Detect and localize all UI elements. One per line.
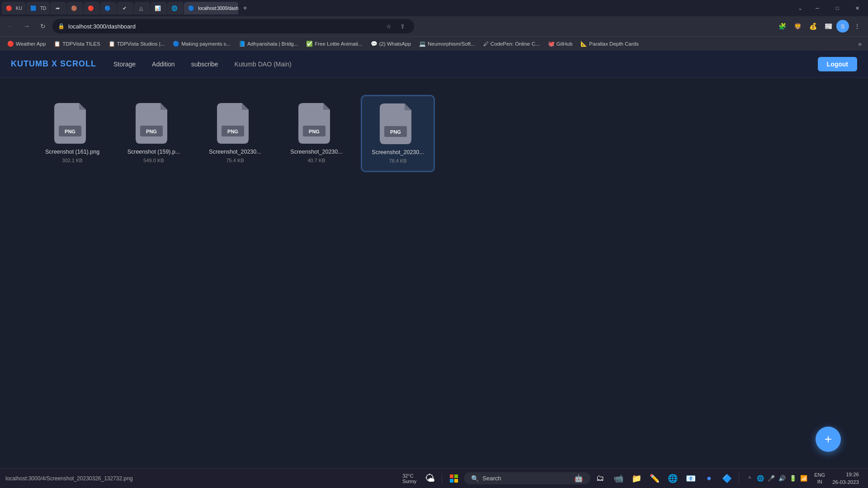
tab-9[interactable]: 📊	[151, 2, 167, 14]
wifi-icon[interactable]: 📶	[799, 474, 809, 483]
file-name-1: Screenshot (159).p...	[127, 148, 180, 156]
app-header: KUTUMB X SCROLL Storage Addition subscri…	[0, 51, 868, 78]
tab-list-button[interactable]: ⌄	[794, 2, 807, 14]
tab-9-favicon: 📊	[154, 5, 161, 12]
bookmark-lottie[interactable]: ✅ Free Lottie Animati...	[302, 40, 366, 48]
svg-text:PNG: PNG	[309, 129, 320, 134]
app-logo[interactable]: KUTUMB X SCROLL	[11, 59, 96, 69]
nav-subscribe[interactable]: subscribe	[185, 58, 225, 70]
svg-text:PNG: PNG	[65, 129, 75, 134]
menu-button[interactable]: ⋮	[850, 19, 864, 33]
file-name-0: Screenshot (161).png	[45, 148, 99, 156]
file-icon-0: PNG	[54, 103, 90, 144]
address-text: localhost:3000/dashboard	[68, 23, 379, 30]
bookmark-adhyanshala[interactable]: 📘 Adhyanshala | Bridg...	[235, 40, 302, 48]
file-grid: PNG Screenshot (161).png 302.1 KB PNG Sc…	[36, 96, 832, 171]
studio-icon[interactable]: ✏️	[646, 470, 663, 487]
mail-icon[interactable]: 📧	[683, 470, 699, 487]
address-bar[interactable]: 🔒 localhost:3000/dashboard ☆ ⇪	[52, 19, 414, 33]
bookmark-star-icon[interactable]: ☆	[382, 20, 395, 33]
tab-1-favicon: 🔴	[5, 5, 13, 12]
close-button[interactable]: ✕	[848, 2, 866, 14]
file-item-2[interactable]: PNG Screenshot_20230... 75.4 KB	[199, 96, 271, 170]
tab-10[interactable]: 🌐	[167, 2, 184, 14]
file-item-3[interactable]: PNG Screenshot_20230... 40.7 KB	[280, 96, 353, 170]
bookmark-tdpvista-tiles[interactable]: 📋 TDPVista TILES	[50, 40, 104, 48]
brave-news-icon[interactable]: 📰	[821, 19, 835, 33]
nav-storage[interactable]: Storage	[107, 58, 142, 70]
extensions-icon[interactable]: 🧩	[775, 19, 789, 33]
tab-11[interactable]: 🔵 localhost:3000/dashboard ✕	[184, 2, 238, 14]
file-explorer-icon[interactable]: 🗂	[592, 470, 609, 487]
bookmark-whatsapp[interactable]: 💬 (2) WhatsApp	[367, 40, 415, 48]
nav-addition[interactable]: Addition	[146, 58, 181, 70]
taskbar-items: 32°C Sunny 🌤 🔍 Search 🤖 🗂 📹 📁 ✏️ 🌐 �	[399, 470, 863, 487]
share-icon[interactable]: ⇪	[396, 20, 409, 33]
tab-6[interactable]: 🔵	[100, 2, 117, 14]
file-icon-3: PNG	[298, 103, 335, 144]
tab-7[interactable]: ✔	[117, 2, 133, 14]
file-item-4[interactable]: PNG Screenshot_20230... 78.4 KB	[362, 96, 434, 171]
brave-rewards-icon[interactable]: 🦁	[790, 19, 805, 33]
codepen-favicon: 🖊	[483, 41, 489, 47]
nav-links: Storage Addition subscribe Kutumb DAO (M…	[107, 58, 298, 70]
maximize-button[interactable]: □	[828, 2, 846, 14]
bookmark-tdpvista-studios[interactable]: 📋 TDPVista Studios |...	[105, 40, 169, 48]
back-button[interactable]: ←	[4, 19, 17, 33]
bookmark-parallax[interactable]: 📐 Parallax Depth Cards	[577, 40, 642, 48]
file-item-0[interactable]: PNG Screenshot (161).png 302.1 KB	[36, 96, 108, 170]
microphone-icon[interactable]: 🎤	[766, 474, 776, 483]
tab-5-favicon: 🔴	[87, 5, 94, 12]
minimize-button[interactable]: ─	[808, 2, 826, 14]
speaker-icon[interactable]: 🔊	[777, 474, 787, 483]
bookmark-making-payments[interactable]: 🔵 Making payments s...	[169, 40, 234, 48]
tab-1[interactable]: 🔴KU	[2, 2, 26, 14]
vscode-icon[interactable]: 🔷	[719, 470, 735, 487]
file-size-4: 78.4 KB	[389, 158, 406, 164]
bookmark-codepen[interactable]: 🖊 CodePen: Online C...	[480, 40, 543, 48]
weather-temp: 32°C	[402, 473, 414, 479]
bookmark-weather-app[interactable]: 🔴 Weather App	[4, 40, 49, 48]
address-actions: ☆ ⇪	[382, 20, 409, 33]
tab-4[interactable]: 🟤	[67, 2, 83, 14]
files-icon[interactable]: 📁	[628, 470, 645, 487]
taskbar-search[interactable]: 🔍 Search 🤖	[464, 472, 590, 484]
chrome-icon[interactable]: ●	[701, 470, 717, 487]
file-item-1[interactable]: PNG Screenshot (159).p... 549.0 KB	[118, 96, 190, 170]
reload-button[interactable]: ↻	[36, 19, 50, 33]
file-icon-2: PNG	[217, 103, 253, 144]
svg-text:PNG: PNG	[146, 129, 157, 134]
teams-icon[interactable]: 📹	[610, 470, 627, 487]
edge-icon[interactable]: 🌐	[665, 470, 681, 487]
nav-dao: Kutumb DAO (Main)	[228, 58, 298, 70]
tab-7-favicon: ✔	[121, 5, 128, 12]
tab-2[interactable]: 🟦TD	[26, 2, 50, 14]
logout-button[interactable]: Logout	[818, 57, 857, 71]
clock-date: 26-03-2023	[832, 479, 859, 486]
tab-4-favicon: 🟤	[71, 5, 78, 12]
weather-app-favicon: 🔴	[7, 41, 14, 47]
fab-add-button[interactable]: +	[816, 427, 841, 452]
svg-text:PNG: PNG	[227, 129, 238, 134]
s-icon[interactable]: S	[836, 20, 849, 33]
chevron-icon[interactable]: ^	[745, 474, 755, 483]
bookmarks-more-button[interactable]: »	[855, 39, 864, 48]
start-button[interactable]	[446, 470, 462, 487]
tab-3[interactable]: ➡	[50, 2, 66, 14]
taskbar-divider-1	[442, 473, 442, 484]
tab-8[interactable]: △	[134, 2, 150, 14]
taskbar-clock[interactable]: 19:26 26-03-2023	[829, 471, 863, 485]
brave-wallet-icon[interactable]: 💰	[806, 19, 820, 33]
new-tab-button[interactable]: +	[239, 2, 251, 14]
battery-icon[interactable]: 🔋	[788, 474, 798, 483]
tab-5[interactable]: 🔴	[84, 2, 100, 14]
forward-button[interactable]: →	[20, 19, 33, 33]
file-icon-4: PNG	[380, 103, 416, 144]
main-content: PNG Screenshot (161).png 302.1 KB PNG Sc…	[0, 78, 868, 468]
bookmark-neumorphism[interactable]: 💻 Neumorphism/Soft...	[415, 40, 479, 48]
file-size-3: 40.7 KB	[307, 158, 325, 163]
network-icon[interactable]: 🌐	[755, 474, 765, 483]
bookmark-github[interactable]: 🐙 GitHub	[544, 40, 576, 48]
toolbar-actions: 🧩 🦁 💰 📰 S ⋮	[775, 19, 864, 33]
tab-controls: ⌄ ─ □ ✕	[794, 2, 866, 14]
